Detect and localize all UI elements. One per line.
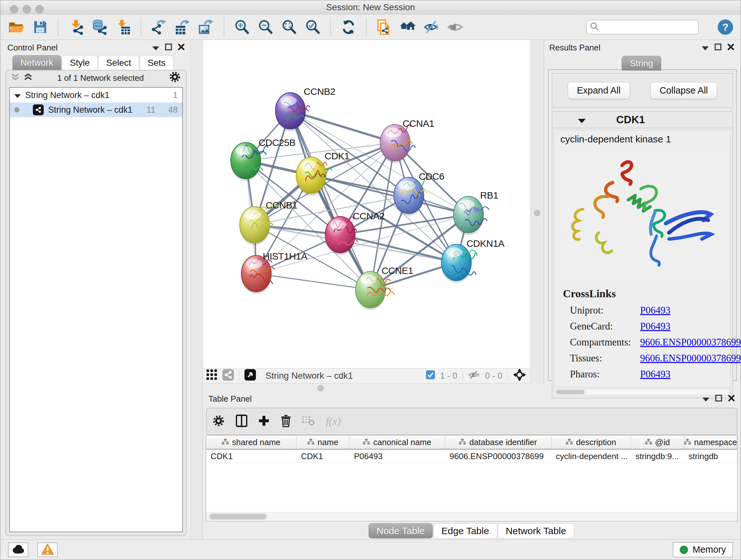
table-gear-icon[interactable] — [212, 415, 225, 428]
splitter-handle[interactable] — [534, 210, 540, 216]
crosslink-link[interactable]: 9606.ENSP00000378699 — [640, 353, 741, 364]
window-title: Session: New Session — [0, 0, 741, 14]
table-horizontal-scrollbar[interactable] — [206, 512, 737, 521]
duplicate-network-icon[interactable] — [376, 18, 393, 36]
column-header-canonical-name[interactable]: canonical name — [349, 435, 445, 449]
zoom-traffic-light[interactable] — [36, 5, 44, 13]
column-header-description[interactable]: description — [551, 435, 631, 449]
panel-collapse-icon[interactable] — [702, 394, 710, 404]
tab-string[interactable]: String — [622, 56, 661, 71]
panel-close-icon[interactable] — [728, 394, 735, 404]
export-table-icon[interactable] — [174, 18, 191, 36]
node-CDC6[interactable] — [394, 177, 428, 216]
edge-HIST1H1A-CCNE1[interactable] — [256, 273, 370, 290]
delete-column-trash-icon[interactable] — [280, 414, 291, 429]
panel-collapse-icon[interactable] — [152, 43, 159, 53]
import-network-database-icon[interactable] — [91, 18, 108, 36]
table-row[interactable]: CDK1CDK1P064939606.ENSP00000378699cyclin… — [206, 449, 737, 463]
panel-float-icon[interactable] — [715, 394, 722, 404]
column-type-icon — [459, 437, 466, 447]
memory-button[interactable]: Memory — [673, 542, 733, 557]
network-collection-row[interactable]: String Network – cdk1 1 — [10, 88, 182, 103]
node-CDK1[interactable] — [296, 157, 332, 196]
column-header-name[interactable]: name — [296, 435, 349, 449]
collapse-all-button[interactable]: Collapse All — [650, 82, 718, 99]
expand-all-button[interactable]: Expand All — [568, 82, 630, 99]
protein-section-header[interactable]: CDK1 — [552, 112, 732, 128]
node-label-CCNA2: CCNA2 — [353, 211, 384, 221]
hidden-eye-icon[interactable] — [468, 369, 480, 382]
network-options-gear-icon[interactable] — [169, 71, 181, 85]
grid-view-icon[interactable] — [206, 369, 217, 382]
export-image-icon[interactable] — [198, 18, 215, 36]
zoom-out-icon[interactable] — [257, 18, 274, 36]
show-columns-icon[interactable] — [236, 415, 247, 428]
column-header-namespace[interactable]: namespace — [684, 435, 737, 449]
network-canvas[interactable]: CCNB2 CCNA1 CDC25B CDK1 CDC6 RB1 CCNB1 — [203, 40, 530, 368]
network-graph[interactable]: CCNB2 CCNA1 CDC25B CDK1 CDC6 RB1 CCNB1 — [203, 40, 530, 368]
tab-style[interactable]: Style — [62, 55, 98, 70]
column-header-@id[interactable]: @id — [631, 435, 684, 449]
tab-select[interactable]: Select — [98, 55, 139, 70]
search-input[interactable] — [602, 22, 694, 33]
toolbar-separator — [58, 18, 58, 36]
crosslink-link[interactable]: P06493 — [640, 320, 670, 332]
collapse-all-networks-icon[interactable] — [11, 73, 19, 83]
network-row[interactable]: String Network – cdk1 11 48 — [10, 103, 182, 117]
cloud-button[interactable] — [8, 543, 28, 557]
panel-close-icon[interactable] — [727, 43, 734, 53]
node-CDC25B[interactable] — [231, 142, 268, 181]
panel-float-icon[interactable] — [165, 43, 172, 53]
tab-node-table[interactable]: Node Table — [368, 523, 433, 539]
zoom-selected-icon[interactable] — [304, 18, 321, 36]
panel-close-icon[interactable] — [178, 43, 185, 53]
open-in-window-icon[interactable] — [245, 369, 256, 383]
selected-checkbox-icon[interactable] — [426, 370, 435, 381]
tree-expand-icon[interactable] — [14, 90, 21, 100]
crosslink-link[interactable]: 9606.ENSP00000378699 — [640, 336, 741, 348]
splitter-handle[interactable] — [318, 385, 324, 391]
refresh-icon[interactable] — [340, 18, 357, 36]
import-network-file-icon[interactable] — [67, 18, 84, 36]
open-session-icon[interactable] — [8, 18, 25, 36]
zoom-in-icon[interactable] — [233, 18, 251, 36]
network-share-view-icon[interactable] — [222, 369, 234, 383]
import-table-icon[interactable] — [115, 18, 132, 36]
panel-collapse-icon[interactable] — [702, 43, 709, 53]
tab-sets[interactable]: Sets — [140, 55, 174, 70]
crosslink-link[interactable]: P06493 — [640, 305, 670, 316]
export-network-icon[interactable] — [150, 18, 167, 36]
left-splitter[interactable] — [191, 40, 203, 539]
node-RB1[interactable] — [454, 196, 489, 235]
zoom-fit-icon[interactable] — [280, 18, 298, 36]
fit-selection-crosshair-icon[interactable] — [513, 368, 526, 384]
minimize-traffic-light[interactable] — [23, 5, 31, 13]
edge-CCNB2-CCNE1[interactable] — [290, 111, 370, 290]
right-splitter[interactable] — [530, 40, 544, 393]
tab-network-table[interactable]: Network Table — [498, 523, 575, 539]
column-header-shared-name[interactable]: shared name — [206, 435, 296, 449]
table-panel-title: Table Panel — [208, 394, 252, 404]
add-column-icon[interactable] — [258, 415, 270, 428]
node-CDKN1A[interactable] — [441, 244, 477, 283]
tab-edge-table[interactable]: Edge Table — [433, 523, 497, 539]
delete-table-icon[interactable] — [302, 415, 315, 428]
help-button[interactable]: ? — [718, 19, 733, 35]
panel-float-icon[interactable] — [715, 43, 722, 53]
warnings-button[interactable] — [37, 543, 58, 557]
column-header-database-identifier[interactable]: database identifier — [445, 435, 551, 449]
save-session-icon[interactable] — [31, 18, 49, 36]
node-CCNB2[interactable] — [275, 92, 310, 131]
tab-network[interactable]: Network — [12, 55, 61, 70]
hide-selected-eye-icon[interactable] — [423, 18, 440, 36]
expand-all-networks-icon[interactable] — [24, 73, 32, 83]
close-traffic-light[interactable] — [10, 5, 18, 13]
show-hidden-eye-icon[interactable] — [447, 18, 464, 36]
function-builder-icon[interactable]: f(x) — [326, 415, 341, 428]
crosslink-link[interactable]: P06493 — [640, 368, 670, 380]
edge-CCNB2-CCNA1[interactable] — [290, 111, 395, 143]
birds-eye-view-icon[interactable] — [399, 18, 416, 36]
control-panel: Control Panel NetworkStyleSelectSets 1 o… — [3, 42, 189, 537]
node-CCNE1[interactable] — [355, 271, 394, 310]
section-expand-icon[interactable] — [578, 114, 586, 126]
